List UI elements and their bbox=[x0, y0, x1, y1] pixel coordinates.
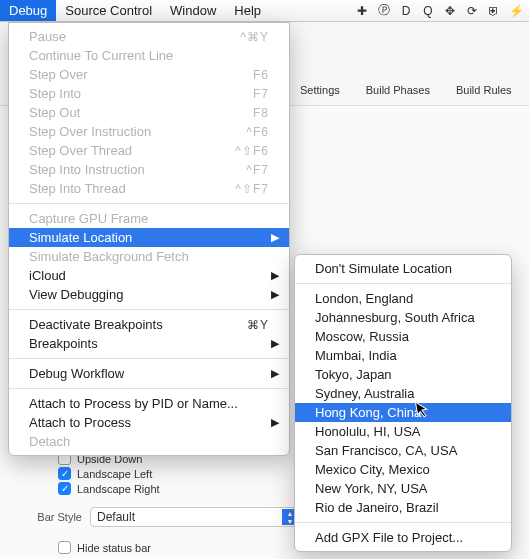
menu-item[interactable]: Tokyo, Japan bbox=[295, 365, 511, 384]
menu-item: Step Over Thread^⇧F6 bbox=[9, 141, 289, 160]
menu-item[interactable]: Breakpoints▶ bbox=[9, 334, 289, 353]
menu-separator bbox=[295, 283, 511, 284]
sync-icon[interactable]: ⟳ bbox=[465, 4, 479, 18]
tab-settings[interactable]: Settings bbox=[300, 84, 340, 96]
menu-item[interactable]: Don't Simulate Location bbox=[295, 259, 511, 278]
menu-help[interactable]: Help bbox=[225, 0, 270, 21]
p-circle-icon[interactable]: Ⓟ bbox=[377, 4, 391, 18]
menu-item[interactable]: Attach to Process by PID or Name... bbox=[9, 394, 289, 413]
submenu-arrow-icon: ▶ bbox=[271, 231, 279, 244]
menu-separator bbox=[9, 358, 289, 359]
menu-item-label: Pause bbox=[29, 29, 66, 44]
menu-item-label: Detach bbox=[29, 434, 70, 449]
menu-item-label: Mumbai, India bbox=[315, 348, 397, 363]
menu-item[interactable]: New York, NY, USA bbox=[295, 479, 511, 498]
menu-item-label: Breakpoints bbox=[29, 336, 98, 351]
bar-style-value: Default bbox=[97, 510, 135, 524]
checkbox-hide-status[interactable] bbox=[58, 541, 71, 554]
menu-item-label: Step Over Instruction bbox=[29, 124, 151, 139]
menu-item[interactable]: Debug Workflow▶ bbox=[9, 364, 289, 383]
menu-item: Step IntoF7 bbox=[9, 84, 289, 103]
menu-item[interactable]: Rio de Janeiro, Brazil bbox=[295, 498, 511, 517]
hide-status-label: Hide status bar bbox=[77, 542, 151, 554]
menu-item[interactable]: Honolulu, HI, USA bbox=[295, 422, 511, 441]
menu-shortcut: F7 bbox=[253, 87, 269, 101]
menu-item[interactable]: Attach to Process▶ bbox=[9, 413, 289, 432]
menu-item-label: View Debugging bbox=[29, 287, 123, 302]
menu-item[interactable]: Mexico City, Mexico bbox=[295, 460, 511, 479]
menu-item-label: Attach to Process by PID or Name... bbox=[29, 396, 238, 411]
menu-item[interactable]: View Debugging▶ bbox=[9, 285, 289, 304]
submenu-arrow-icon: ▶ bbox=[271, 416, 279, 429]
menu-item[interactable]: Simulate Location▶ bbox=[9, 228, 289, 247]
d-square-icon[interactable]: D bbox=[399, 4, 413, 18]
menu-item-label: Johannesburg, South Africa bbox=[315, 310, 475, 325]
menu-shortcut: F8 bbox=[253, 106, 269, 120]
plus-icon[interactable]: ✚ bbox=[355, 4, 369, 18]
orientation-label: Landscape Left bbox=[77, 468, 152, 480]
menu-item: Step OverF6 bbox=[9, 65, 289, 84]
menu-item-label: Rio de Janeiro, Brazil bbox=[315, 500, 439, 515]
q-square-icon[interactable]: Q bbox=[421, 4, 435, 18]
menu-item[interactable]: iCloud▶ bbox=[9, 266, 289, 285]
menu-item-label: Step Over Thread bbox=[29, 143, 132, 158]
menu-item: Pause^⌘Y bbox=[9, 27, 289, 46]
menu-item[interactable]: Sydney, Australia bbox=[295, 384, 511, 403]
menu-separator bbox=[9, 203, 289, 204]
menu-item-label: Add GPX File to Project... bbox=[315, 530, 463, 545]
menu-shortcut: ^⇧F6 bbox=[235, 144, 269, 158]
bar-style-select[interactable]: Default ▲▼ bbox=[90, 507, 300, 527]
dropbox-icon[interactable]: ✥ bbox=[443, 4, 457, 18]
menu-shortcut: ⌘Y bbox=[247, 318, 269, 332]
menu-item-label: Attach to Process bbox=[29, 415, 131, 430]
menu-debug[interactable]: Debug bbox=[0, 0, 56, 21]
menu-item[interactable]: Johannesburg, South Africa bbox=[295, 308, 511, 327]
tab-build-phases[interactable]: Build Phases bbox=[366, 84, 430, 96]
status-icons: ✚ Ⓟ D Q ✥ ⟳ ⛨ ⚡ bbox=[355, 0, 529, 21]
menu-item[interactable]: London, England bbox=[295, 289, 511, 308]
menu-separator bbox=[9, 309, 289, 310]
bolt-icon[interactable]: ⚡ bbox=[509, 4, 523, 18]
menu-item-label: Honolulu, HI, USA bbox=[315, 424, 421, 439]
tab-build-rules[interactable]: Build Rules bbox=[456, 84, 512, 96]
menu-item[interactable]: Moscow, Russia bbox=[295, 327, 511, 346]
menu-item-label: Hong Kong, China bbox=[315, 405, 421, 420]
menu-item-label: Simulate Location bbox=[29, 230, 132, 245]
menu-item-label: Don't Simulate Location bbox=[315, 261, 452, 276]
menu-item: Step OutF8 bbox=[9, 103, 289, 122]
menu-item-label: London, England bbox=[315, 291, 413, 306]
menu-source-control[interactable]: Source Control bbox=[56, 0, 161, 21]
menu-window[interactable]: Window bbox=[161, 0, 225, 21]
menu-item[interactable]: Add GPX File to Project... bbox=[295, 528, 511, 547]
menu-item-label: Mexico City, Mexico bbox=[315, 462, 430, 477]
menu-item: Detach bbox=[9, 432, 289, 451]
menu-item-label: Step Into Instruction bbox=[29, 162, 145, 177]
menu-separator bbox=[9, 388, 289, 389]
menu-item: Step Into Instruction^F7 bbox=[9, 160, 289, 179]
submenu-arrow-icon: ▶ bbox=[271, 269, 279, 282]
menu-shortcut: ^F7 bbox=[246, 163, 269, 177]
menu-item-label: Tokyo, Japan bbox=[315, 367, 392, 382]
menu-item[interactable]: Deactivate Breakpoints⌘Y bbox=[9, 315, 289, 334]
menu-separator bbox=[295, 522, 511, 523]
menu-item[interactable]: Mumbai, India bbox=[295, 346, 511, 365]
shield-icon[interactable]: ⛨ bbox=[487, 4, 501, 18]
menu-item-label: Deactivate Breakpoints bbox=[29, 317, 163, 332]
menu-item: Continue To Current Line bbox=[9, 46, 289, 65]
menu-item: Capture GPU Frame bbox=[9, 209, 289, 228]
checkbox-landscape-left[interactable]: ✓ bbox=[58, 467, 71, 480]
menu-item-label: Continue To Current Line bbox=[29, 48, 173, 63]
menu-item-label: Step Out bbox=[29, 105, 80, 120]
menu-shortcut: ^F6 bbox=[246, 125, 269, 139]
menu-item: Step Over Instruction^F6 bbox=[9, 122, 289, 141]
menu-item-label: Moscow, Russia bbox=[315, 329, 409, 344]
menu-item[interactable]: San Francisco, CA, USA bbox=[295, 441, 511, 460]
submenu-arrow-icon: ▶ bbox=[271, 367, 279, 380]
menu-item: Simulate Background Fetch bbox=[9, 247, 289, 266]
menu-item-label: Capture GPU Frame bbox=[29, 211, 148, 226]
menu-item: Step Into Thread^⇧F7 bbox=[9, 179, 289, 198]
bar-style-label: Bar Style bbox=[34, 511, 82, 523]
menu-shortcut: F6 bbox=[253, 68, 269, 82]
checkbox-landscape-right[interactable]: ✓ bbox=[58, 482, 71, 495]
menu-item[interactable]: Hong Kong, China bbox=[295, 403, 511, 422]
